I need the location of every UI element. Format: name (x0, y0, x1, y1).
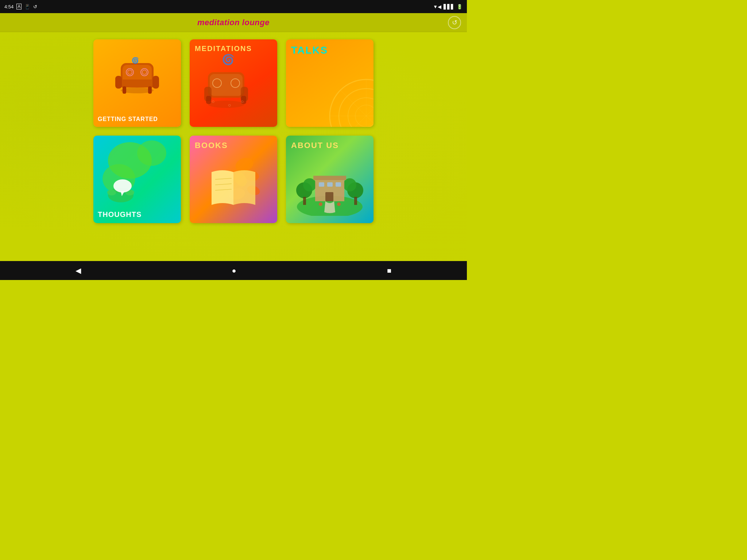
status-right: ▼◀ ▋▋▋ 🔋 (433, 4, 462, 9)
svg-rect-63 (325, 192, 333, 201)
card-getting-started[interactable]: 🌀 GETTING STARTED (93, 39, 181, 127)
sync-icon: ↺ (33, 4, 37, 9)
svg-point-65 (337, 202, 341, 206)
svg-rect-59 (313, 176, 346, 180)
meditations-label: MEDITATIONS (195, 44, 252, 53)
home-button[interactable]: ● (217, 264, 251, 278)
svg-rect-62 (336, 182, 341, 187)
card-meditations[interactable]: MEDITATIONS 🌀 (190, 39, 277, 127)
sim-icon: 📱 (24, 4, 30, 9)
refresh-button[interactable]: ↺ (448, 16, 461, 29)
svg-text:🌀: 🌀 (132, 57, 139, 64)
signal-icon: ▋▋▋ (444, 4, 454, 9)
back-button[interactable]: ◀ (61, 263, 96, 278)
svg-point-56 (343, 178, 356, 191)
top-bar: meditation lounge ↺ (0, 13, 467, 32)
svg-point-53 (303, 178, 316, 191)
thoughts-label: THOUGHTS (93, 207, 181, 223)
status-left: 4:54 A 📱 ↺ (4, 4, 37, 9)
svg-point-27 (339, 89, 374, 127)
wifi-icon: ▼◀ (433, 4, 441, 9)
about-us-label: ABOUT US (291, 141, 339, 150)
svg-rect-21 (206, 96, 211, 104)
status-bar: 4:54 A 📱 ↺ ▼◀ ▋▋▋ 🔋 (0, 0, 467, 13)
books-art-svg (197, 143, 270, 216)
talks-mandala-svg (308, 58, 374, 127)
svg-text:○: ○ (212, 98, 214, 104)
svg-rect-54 (303, 197, 306, 205)
card-about-us[interactable]: ABOUT US (286, 136, 374, 223)
books-label: BOOKS (195, 141, 228, 150)
card-talks[interactable]: TALKS (286, 39, 374, 127)
status-time: 4:54 (4, 4, 13, 9)
svg-text:○: ○ (228, 102, 231, 108)
card-thoughts[interactable]: THOUGHTS (93, 136, 181, 223)
svg-point-64 (319, 202, 322, 206)
svg-rect-61 (327, 182, 333, 187)
svg-rect-16 (210, 74, 243, 96)
svg-rect-11 (148, 86, 152, 94)
svg-point-40 (113, 179, 132, 192)
battery-icon: 🔋 (457, 4, 462, 9)
recent-button[interactable]: ■ (372, 264, 406, 278)
svg-text:🌀: 🌀 (222, 54, 235, 66)
svg-rect-7 (119, 79, 155, 88)
svg-text:○: ○ (241, 98, 244, 104)
a-icon: A (16, 4, 22, 9)
main-content: 🌀 GETTING STARTED MEDITATIONS 🌀 (0, 32, 467, 261)
talks-label: TALKS (291, 44, 328, 56)
thoughts-art-svg (101, 139, 174, 204)
getting-started-art: 🌀 (93, 39, 181, 112)
chair-svg: 🌀 (112, 56, 163, 96)
svg-point-26 (330, 79, 374, 127)
card-grid: 🌀 GETTING STARTED MEDITATIONS 🌀 (93, 39, 374, 223)
svg-point-38 (107, 190, 116, 195)
svg-rect-10 (123, 86, 126, 94)
svg-rect-9 (152, 76, 159, 89)
about-art-svg (293, 143, 366, 216)
svg-rect-60 (319, 182, 324, 187)
svg-point-35 (137, 140, 166, 166)
thoughts-art (93, 136, 181, 207)
getting-started-label: GETTING STARTED (93, 112, 181, 127)
card-books[interactable]: BOOKS (190, 136, 277, 223)
bottom-nav: ◀ ● ■ (0, 261, 467, 280)
svg-rect-8 (115, 76, 122, 89)
svg-rect-57 (354, 197, 357, 205)
app-title: meditation lounge (197, 18, 270, 27)
